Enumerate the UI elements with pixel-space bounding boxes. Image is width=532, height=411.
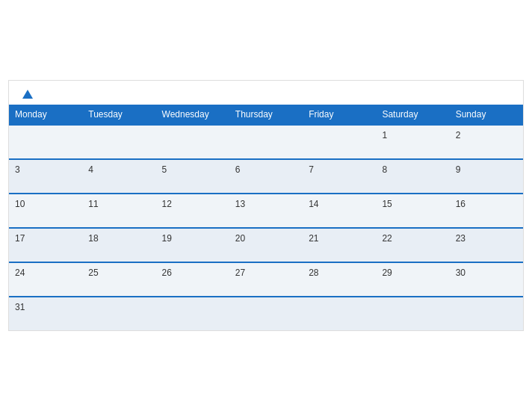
calendar-week-row: 24252627282930 <box>9 262 523 297</box>
day-number: 21 <box>309 233 318 244</box>
weekday-header-friday: Friday <box>303 105 376 125</box>
calendar-cell: 25 <box>82 262 155 297</box>
calendar-cell: 7 <box>303 159 376 194</box>
calendar-cell: 5 <box>156 159 229 194</box>
day-number: 7 <box>309 164 314 175</box>
day-number: 20 <box>235 233 245 244</box>
calendar-cell: 31 <box>9 297 82 330</box>
calendar-cell <box>9 125 82 159</box>
weekday-header-thursday: Thursday <box>229 105 303 125</box>
day-number: 28 <box>309 268 318 278</box>
calendar-cell: 14 <box>303 194 376 228</box>
day-number: 23 <box>456 233 466 244</box>
calendar-cell: 8 <box>376 159 449 194</box>
calendar-cell: 3 <box>9 159 82 194</box>
calendar-cell: 19 <box>156 228 229 262</box>
calendar-cell <box>303 297 376 330</box>
day-number: 19 <box>162 233 172 244</box>
day-number: 5 <box>162 164 167 175</box>
calendar: MondayTuesdayWednesdayThursdayFridaySatu… <box>8 80 524 331</box>
day-number: 16 <box>456 199 466 209</box>
calendar-cell: 13 <box>229 194 303 228</box>
calendar-cell: 11 <box>82 194 155 228</box>
day-number: 9 <box>456 164 461 175</box>
calendar-cell: 16 <box>450 194 523 228</box>
calendar-cell: 2 <box>450 125 523 159</box>
calendar-cell: 21 <box>303 228 376 262</box>
calendar-cell <box>303 125 376 159</box>
day-number: 24 <box>15 268 25 278</box>
day-number: 13 <box>235 199 245 209</box>
calendar-table: MondayTuesdayWednesdayThursdayFridaySatu… <box>9 105 523 330</box>
day-number: 11 <box>88 199 98 209</box>
calendar-cell <box>376 297 449 330</box>
calendar-cell: 9 <box>450 159 523 194</box>
calendar-cell: 10 <box>9 194 82 228</box>
calendar-week-row: 10111213141516 <box>9 194 523 228</box>
calendar-cell: 22 <box>376 228 449 262</box>
logo-triangle-icon <box>22 90 33 99</box>
day-number: 1 <box>382 130 387 140</box>
calendar-cell: 17 <box>9 228 82 262</box>
calendar-cell: 26 <box>156 262 229 297</box>
calendar-cell <box>156 297 229 330</box>
day-number: 17 <box>15 233 25 244</box>
day-number: 2 <box>456 130 461 140</box>
calendar-week-row: 31 <box>9 297 523 330</box>
day-number: 14 <box>309 199 318 209</box>
weekday-header-tuesday: Tuesday <box>82 105 155 125</box>
day-number: 18 <box>88 233 98 244</box>
calendar-cell: 20 <box>229 228 303 262</box>
calendar-cell: 15 <box>376 194 449 228</box>
calendar-cell <box>450 297 523 330</box>
calendar-cell <box>229 125 303 159</box>
calendar-week-row: 3456789 <box>9 159 523 194</box>
calendar-cell: 28 <box>303 262 376 297</box>
calendar-cell: 23 <box>450 228 523 262</box>
day-number: 29 <box>382 268 392 278</box>
weekday-header-monday: Monday <box>9 105 82 125</box>
day-number: 4 <box>88 164 93 175</box>
day-number: 31 <box>15 302 25 312</box>
logo <box>21 90 33 99</box>
weekday-header-wednesday: Wednesday <box>156 105 229 125</box>
day-number: 22 <box>382 233 392 244</box>
weekday-header-saturday: Saturday <box>376 105 449 125</box>
day-number: 12 <box>162 199 172 209</box>
weekday-header-sunday: Sunday <box>450 105 523 125</box>
calendar-cell: 29 <box>376 262 449 297</box>
calendar-week-row: 17181920212223 <box>9 228 523 262</box>
calendar-cell <box>82 297 155 330</box>
day-number: 30 <box>456 268 466 278</box>
calendar-cell: 12 <box>156 194 229 228</box>
weekday-header-row: MondayTuesdayWednesdayThursdayFridaySatu… <box>9 105 523 125</box>
calendar-cell: 18 <box>82 228 155 262</box>
day-number: 6 <box>235 164 241 175</box>
day-number: 26 <box>162 268 172 278</box>
calendar-header <box>9 81 523 105</box>
day-number: 10 <box>15 199 25 209</box>
calendar-cell: 24 <box>9 262 82 297</box>
calendar-cell: 30 <box>450 262 523 297</box>
day-number: 15 <box>382 199 392 209</box>
day-number: 27 <box>235 268 245 278</box>
day-number: 25 <box>88 268 98 278</box>
calendar-week-row: 12 <box>9 125 523 159</box>
calendar-cell <box>82 125 155 159</box>
calendar-cell: 1 <box>376 125 449 159</box>
calendar-cell: 27 <box>229 262 303 297</box>
day-number: 8 <box>382 164 387 175</box>
calendar-cell <box>229 297 303 330</box>
calendar-cell: 4 <box>82 159 155 194</box>
day-number: 3 <box>15 164 20 175</box>
calendar-cell: 6 <box>229 159 303 194</box>
calendar-cell <box>156 125 229 159</box>
